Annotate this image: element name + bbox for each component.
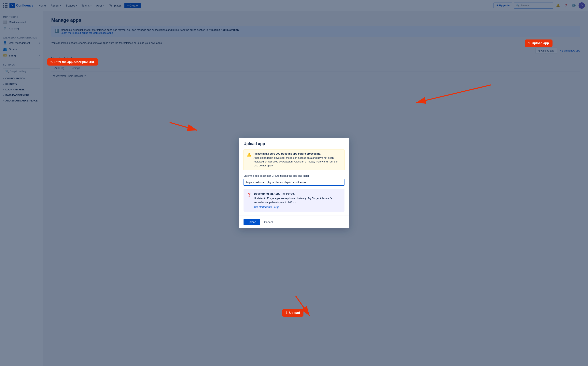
descriptor-label: Enter the app descriptor URL to upload t…: [243, 174, 345, 177]
forge-text: Updates to Forge apps are replicated ins…: [254, 196, 341, 204]
forge-title: Developing an App? Try Forge.: [254, 192, 341, 195]
warning-title: Please make sure you trust this app befo…: [254, 152, 341, 155]
forge-box: ❓ Developing an App? Try Forge. Updates …: [243, 189, 345, 212]
modal-title: Upload app: [243, 142, 345, 146]
modal-header: Upload app: [239, 137, 349, 146]
warning-text: Apps uploaded in developer mode can acce…: [254, 156, 341, 168]
modal-overlay[interactable]: Upload app ⚠️ Please make sure you trust…: [0, 0, 588, 366]
forge-icon: ❓: [247, 192, 252, 208]
modal-upload-button[interactable]: Upload: [243, 219, 260, 225]
modal-body: ⚠️ Please make sure you trust this app b…: [239, 149, 349, 216]
warning-icon: ⚠️: [247, 152, 251, 168]
modal-footer: Upload Cancel: [239, 216, 349, 229]
upload-app-modal: Upload app ⚠️ Please make sure you trust…: [239, 137, 349, 229]
warning-box: ⚠️ Please make sure you trust this app b…: [243, 149, 345, 171]
forge-link[interactable]: Get started with Forge: [254, 206, 279, 208]
descriptor-url-input[interactable]: [243, 179, 345, 186]
modal-cancel-button[interactable]: Cancel: [263, 219, 274, 225]
